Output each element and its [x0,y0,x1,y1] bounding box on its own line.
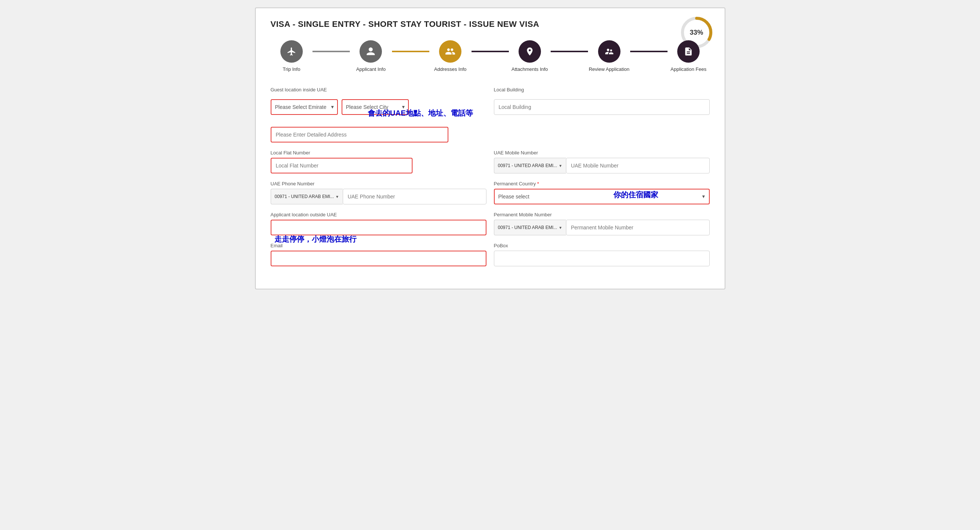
applicant-outside-col: Applicant location outside UAE 走走停停，小燈泡在… [270,212,487,235]
annotation-chinese-top: 會去的UAE地點、地址、電話等 [368,108,473,118]
step-addresses-info[interactable]: Addresses Info [430,40,471,72]
step-label-addresses: Addresses Info [434,67,467,72]
step-label-review: Review Application [589,67,630,72]
uae-mobile-input[interactable] [566,158,710,173]
page-title: VISA - SINGLE ENTRY - SHORT STAY TOURIST… [270,19,710,29]
connector-1 [312,51,350,52]
form-row-address [270,127,710,143]
connector-2 [392,51,430,52]
applicant-outside-input[interactable] [270,220,487,235]
uae-phone-label: UAE Phone Number [270,181,487,186]
form-row-outside-mobile: Applicant location outside UAE 走走停停，小燈泡在… [270,212,710,235]
uae-phone-prefix[interactable]: 00971 - UNITED ARAB EMI... ▼ [270,189,343,205]
form-row-flat-mobile: Local Flat Number UAE Mobile Number 0097… [270,150,710,173]
step-label-fees: Application Fees [670,67,706,72]
permanent-mobile-prefix-text: 00971 - UNITED ARAB EMI... [498,225,557,230]
uae-mobile-prefix-text: 00971 - UNITED ARAB EMI... [498,163,557,168]
step-circle-addresses [439,40,461,63]
local-flat-label: Local Flat Number [270,150,487,156]
right-col-label: Local Building [494,87,710,95]
step-circle-review [598,40,620,63]
uae-mobile-label: UAE Mobile Number [494,150,710,156]
email-col: Email [270,243,487,266]
local-building-input[interactable] [494,99,710,115]
guest-location-label: Guest location inside UAE [270,87,487,92]
step-label-applicant: Applicant Info [356,67,386,72]
permanent-country-select[interactable]: Please select [494,189,710,205]
uae-mobile-group: 00971 - UNITED ARAB EMI... ▼ [494,158,710,173]
pobox-col: PoBox [494,243,710,266]
permanent-country-label: Permanent Country * [494,181,710,186]
detailed-address-input[interactable] [270,127,449,143]
uae-mobile-prefix[interactable]: 00971 - UNITED ARAB EMI... ▼ [494,158,566,173]
uae-phone-input[interactable] [343,189,486,205]
form-row-email-pobox: Email PoBox [270,243,710,266]
detailed-address-col [270,127,449,143]
uae-phone-group: 00971 - UNITED ARAB EMI... ▼ [270,189,487,205]
uae-phone-prefix-text: 00971 - UNITED ARAB EMI... [275,194,334,199]
uae-mobile-prefix-arrow: ▼ [558,164,562,168]
uae-phone-prefix-arrow: ▼ [335,195,339,199]
form-row-labels: Guest location inside UAE Local Building [270,87,710,95]
permanent-country-col: Permanent Country * Please select ▼ 你的住宿… [494,181,710,205]
pobox-label: PoBox [494,243,710,248]
step-circle-attachments [519,40,541,63]
step-circle-applicant [360,40,382,63]
email-input[interactable] [270,251,487,266]
connector-5 [630,51,668,52]
form-row-phone-country: UAE Phone Number 00971 - UNITED ARAB EMI… [270,181,710,205]
connector-3 [471,51,509,52]
stepper: Trip Info Applicant Info Addresses Info … [270,40,710,72]
left-col-label: Guest location inside UAE [270,87,487,95]
flat-number-col: Local Flat Number [270,150,487,173]
permanent-mobile-col: Permanent Mobile Number 00971 - UNITED A… [494,212,710,235]
step-circle-trip [280,40,303,63]
pobox-input[interactable] [494,251,710,266]
form-section: Guest location inside UAE Local Building… [270,87,710,266]
step-application-fees[interactable]: Application Fees [668,40,710,72]
uae-phone-col: UAE Phone Number 00971 - UNITED ARAB EMI… [270,181,487,205]
permanent-mobile-prefix[interactable]: 00971 - UNITED ARAB EMI... ▼ [494,220,566,235]
permanent-mobile-group: 00971 - UNITED ARAB EMI... ▼ [494,220,710,235]
permanent-mobile-input[interactable] [566,220,710,235]
step-trip-info[interactable]: Trip Info [270,40,312,72]
annotation-chinese-country: 你的住宿國家 [613,190,658,200]
step-circle-fees [677,40,700,63]
permanent-mobile-arrow-icon: ▼ [558,226,562,230]
step-applicant-info[interactable]: Applicant Info [350,40,392,72]
emirate-select[interactable]: Please Select Emirate [270,99,338,115]
connector-4 [550,51,588,52]
step-label-attachments: Attachments Info [511,67,548,72]
local-flat-input[interactable] [270,158,412,173]
local-building-label: Local Building [494,87,710,92]
step-label-trip: Trip Info [283,67,300,72]
annotation-chinese-bottom: 走走停停，小燈泡在旅行 [274,234,356,244]
permanent-country-wrapper: Please select ▼ [494,189,710,205]
progress-label: 33% [690,29,703,36]
step-review-application[interactable]: Review Application [588,40,630,72]
local-building-col [494,99,710,115]
permanent-mobile-label: Permanent Mobile Number [494,212,710,217]
step-attachments-info[interactable]: Attachments Info [509,40,551,72]
emirate-select-wrap[interactable]: Please Select Emirate ▼ [270,99,338,115]
form-row-emirate-building: Please Select Emirate ▼ Please Select Ci… [270,99,710,119]
main-container: VISA - SINGLE ENTRY - SHORT STAY TOURIST… [255,8,725,289]
uae-mobile-col: UAE Mobile Number 00971 - UNITED ARAB EM… [494,150,710,173]
applicant-outside-label: Applicant location outside UAE [270,212,487,217]
